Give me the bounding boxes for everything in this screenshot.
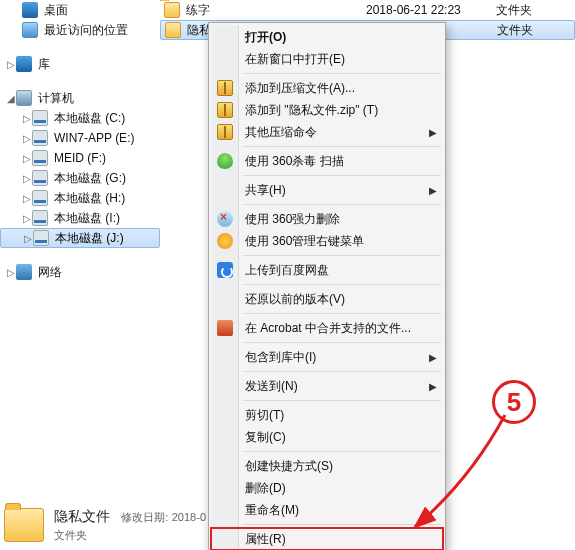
menu-separator [243,371,441,372]
tree-label: 库 [38,56,50,73]
tree-item-drive-selected[interactable]: ▷ 本地磁盘 (J:) [0,228,160,248]
tree-item-library[interactable]: ▷ 库 [0,54,160,74]
tree-label: 本地磁盘 (J:) [55,230,124,247]
menu-item-rename[interactable]: 重命名(M) [211,499,443,521]
preview-type: 文件夹 [54,528,206,543]
menu-item-create-shortcut[interactable]: 创建快捷方式(S) [211,455,443,477]
manage-icon [217,233,233,249]
submenu-arrow-icon: ▶ [429,352,437,363]
menu-separator [243,175,441,176]
file-type: 文件夹 [496,2,556,19]
folder-icon [165,22,181,38]
menu-item-other-compress[interactable]: 其他压缩命令 ▶ [211,121,443,143]
menu-item-share[interactable]: 共享(H) ▶ [211,179,443,201]
menu-item-acrobat-combine[interactable]: 在 Acrobat 中合并支持的文件... [211,317,443,339]
submenu-arrow-icon: ▶ [429,185,437,196]
force-delete-icon [217,211,233,227]
expand-icon[interactable]: ▷ [22,213,32,224]
submenu-arrow-icon: ▶ [429,127,437,138]
menu-item-include-library[interactable]: 包含到库中(I) ▶ [211,346,443,368]
menu-separator [243,342,441,343]
tree-label: 本地磁盘 (I:) [54,210,120,227]
folder-icon [164,2,180,18]
menu-item-cut[interactable]: 剪切(T) [211,404,443,426]
menu-item-add-to-archive[interactable]: 添加到压缩文件(A)... [211,77,443,99]
drive-icon [32,170,48,186]
submenu-arrow-icon: ▶ [429,381,437,392]
menu-item-360-manage-menu[interactable]: 使用 360管理右键菜单 [211,230,443,252]
expand-icon[interactable]: ▷ [6,267,16,278]
expand-icon[interactable]: ▷ [23,233,33,244]
acrobat-icon [217,320,233,336]
tree-item-drive[interactable]: ▷ WIN7-APP (E:) [0,128,160,148]
menu-item-send-to[interactable]: 发送到(N) ▶ [211,375,443,397]
context-menu: 打开(O) 在新窗口中打开(E) 添加到压缩文件(A)... 添加到 "隐私文件… [208,22,446,550]
menu-separator [243,73,441,74]
tree-label: 本地磁盘 (H:) [54,190,125,207]
expand-icon[interactable]: ▷ [22,193,32,204]
preview-modified-label: 修改日期: [121,511,168,523]
menu-item-delete[interactable]: 删除(D) [211,477,443,499]
menu-separator [243,400,441,401]
tree-item-network[interactable]: ▷ 网络 [0,262,160,282]
nav-tree: 桌面 最近访问的位置 ▷ 库 ◢ 计算机 ▷ 本地磁盘 (C:) ▷ WIN7-… [0,0,160,500]
annotation-step-badge: 5 [492,380,536,424]
details-pane: 隐私文件 修改日期: 2018-0 文件夹 [4,500,206,550]
menu-item-restore-previous[interactable]: 还原以前的版本(V) [211,288,443,310]
menu-item-copy[interactable]: 复制(C) [211,426,443,448]
menu-item-360-scan[interactable]: 使用 360杀毒 扫描 [211,150,443,172]
menu-separator [243,284,441,285]
tree-item-desktop[interactable]: 桌面 [0,0,160,20]
archive-icon [217,124,233,140]
drive-icon [32,210,48,226]
network-icon [16,264,32,280]
menu-separator [243,146,441,147]
drive-icon [32,110,48,126]
tree-item-drive[interactable]: ▷ 本地磁盘 (C:) [0,108,160,128]
archive-icon [217,80,233,96]
menu-item-open[interactable]: 打开(O) [211,26,443,48]
annotation-step-number: 5 [507,387,521,417]
tree-item-drive[interactable]: ▷ 本地磁盘 (H:) [0,188,160,208]
tree-label: 桌面 [44,2,68,19]
expand-icon[interactable]: ▷ [22,173,32,184]
recent-icon [22,22,38,38]
menu-separator [243,451,441,452]
expand-icon[interactable]: ▷ [22,133,32,144]
file-row[interactable]: 练字 2018-06-21 22:23 文件夹 [160,0,575,20]
file-date: 2018-06-21 22:23 [366,3,496,17]
folder-icon [4,508,44,542]
drive-icon [32,190,48,206]
menu-separator [243,524,441,525]
preview-name: 隐私文件 [54,508,110,524]
collapse-icon[interactable]: ◢ [6,93,16,104]
library-icon [16,56,32,72]
menu-item-properties[interactable]: 属性(R) [211,528,443,550]
expand-icon[interactable]: ▷ [22,153,32,164]
tree-label: WIN7-APP (E:) [54,131,134,145]
tree-label: 本地磁盘 (C:) [54,110,125,127]
tree-item-drive[interactable]: ▷ MEID (F:) [0,148,160,168]
tree-item-computer[interactable]: ◢ 计算机 [0,88,160,108]
menu-item-open-new-window[interactable]: 在新窗口中打开(E) [211,48,443,70]
menu-item-360-force-delete[interactable]: 使用 360强力删除 [211,208,443,230]
expand-icon[interactable]: ▷ [6,59,16,70]
desktop-icon [22,2,38,18]
tree-label: 网络 [38,264,62,281]
menu-separator [243,255,441,256]
menu-item-add-to-named-zip[interactable]: 添加到 "隐私文件.zip" (T) [211,99,443,121]
tree-label: MEID (F:) [54,151,106,165]
menu-separator [243,204,441,205]
tree-label: 最近访问的位置 [44,22,128,39]
tree-item-recent[interactable]: 最近访问的位置 [0,20,160,40]
tree-item-drive[interactable]: ▷ 本地磁盘 (G:) [0,168,160,188]
preview-modified-value: 2018-0 [172,511,206,523]
menu-item-upload-baidu[interactable]: 上传到百度网盘 [211,259,443,281]
shield-icon [217,153,233,169]
archive-icon [217,102,233,118]
expand-icon[interactable]: ▷ [22,113,32,124]
file-name: 练字 [186,2,366,19]
tree-label: 本地磁盘 (G:) [54,170,126,187]
tree-item-drive[interactable]: ▷ 本地磁盘 (I:) [0,208,160,228]
file-type: 文件夹 [497,22,557,39]
